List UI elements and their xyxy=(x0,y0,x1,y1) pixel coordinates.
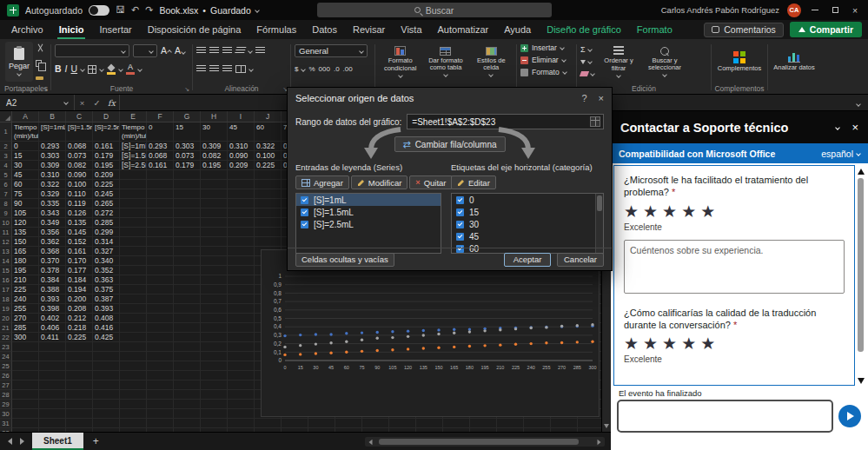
cell[interactable] xyxy=(228,237,255,247)
cell[interactable]: 0.378 xyxy=(39,266,66,275)
cell[interactable]: 0.212 xyxy=(66,314,93,323)
cell[interactable] xyxy=(497,419,524,428)
tab-formato[interactable]: Formato xyxy=(629,20,680,39)
paste-button[interactable]: Pegar xyxy=(5,42,33,82)
column-header-B[interactable]: B xyxy=(39,111,66,122)
cell[interactable] xyxy=(174,170,201,180)
send-button[interactable] xyxy=(838,405,861,427)
cell[interactable] xyxy=(228,390,255,400)
cell[interactable] xyxy=(228,199,255,208)
cell[interactable]: 60 xyxy=(12,180,39,189)
new-sheet-button[interactable]: + xyxy=(93,435,99,447)
cell[interactable]: 0.177 xyxy=(66,266,93,275)
cell[interactable]: 0.387 xyxy=(93,294,120,304)
cell[interactable] xyxy=(174,419,201,428)
cell[interactable] xyxy=(147,256,174,266)
tab-ayuda[interactable]: Ayuda xyxy=(496,20,539,39)
cell[interactable]: 0.368 xyxy=(39,247,66,256)
cell[interactable]: 0.161 xyxy=(147,161,174,170)
category-list-item[interactable]: 0 xyxy=(452,194,603,206)
cell[interactable]: 105 xyxy=(12,208,39,218)
cell[interactable]: 60 xyxy=(255,122,282,142)
row-header-12[interactable]: 12 xyxy=(0,237,12,247)
cell[interactable] xyxy=(147,218,174,228)
cell[interactable] xyxy=(201,228,228,237)
tab-revisar[interactable]: Revisar xyxy=(345,20,393,39)
cell[interactable] xyxy=(147,266,174,275)
cell[interactable] xyxy=(147,323,174,333)
cell[interactable] xyxy=(12,342,39,352)
cell[interactable]: 0.195 xyxy=(201,161,228,170)
row-header-21[interactable]: 21 xyxy=(0,323,12,333)
number-format-combo[interactable]: General xyxy=(295,44,368,57)
cell[interactable] xyxy=(228,208,255,218)
cell[interactable] xyxy=(120,237,147,247)
survey-scroll-down-icon[interactable] xyxy=(858,378,865,384)
cell[interactable] xyxy=(228,247,255,256)
cell[interactable]: 0.073 xyxy=(66,151,93,161)
cell[interactable]: 0.194 xyxy=(66,285,93,294)
tab-insertar[interactable]: Insertar xyxy=(91,20,139,39)
cell[interactable] xyxy=(255,218,282,228)
cell[interactable]: 0.322 xyxy=(255,142,282,151)
avatar[interactable]: CA xyxy=(787,3,801,17)
name-box[interactable]: A2 xyxy=(0,95,75,110)
row-header-24[interactable]: 24 xyxy=(0,352,12,361)
align-top-icon[interactable] xyxy=(196,47,206,55)
row-header-6[interactable]: 6 xyxy=(0,180,12,189)
cell[interactable]: 0.411 xyxy=(39,333,66,342)
cell[interactable] xyxy=(12,361,39,371)
cell[interactable] xyxy=(174,371,201,381)
bold-button[interactable]: B xyxy=(55,64,62,74)
cell[interactable] xyxy=(228,304,255,314)
tab-datos[interactable]: Datos xyxy=(304,20,345,39)
cell[interactable] xyxy=(255,189,282,199)
cell[interactable]: 240 xyxy=(12,294,39,304)
star-icon[interactable]: ★ xyxy=(643,334,662,353)
cell[interactable]: 0.110 xyxy=(66,189,93,199)
cell[interactable] xyxy=(228,256,255,266)
series-list-item[interactable]: [S]=1.5mL xyxy=(296,206,441,218)
cell[interactable] xyxy=(228,409,255,419)
column-header-E[interactable]: E xyxy=(120,111,147,122)
cell[interactable]: 45 xyxy=(228,122,255,142)
cell[interactable]: [S]=1mL xyxy=(39,122,66,142)
cell[interactable] xyxy=(93,352,120,361)
cell[interactable] xyxy=(201,390,228,400)
panel-close-icon[interactable]: × xyxy=(851,121,858,134)
align-middle-icon[interactable] xyxy=(209,47,219,55)
row-header-15[interactable]: 15 xyxy=(0,266,12,275)
cell[interactable] xyxy=(201,218,228,228)
cell[interactable] xyxy=(120,180,147,189)
cell[interactable] xyxy=(228,333,255,342)
cell[interactable] xyxy=(228,323,255,333)
cell[interactable]: 0.179 xyxy=(93,151,120,161)
tab-disposición-de-página[interactable]: Disposición de página xyxy=(140,20,249,39)
format-painter-icon[interactable] xyxy=(36,76,43,80)
cell[interactable]: 0.225 xyxy=(66,333,93,342)
cell[interactable] xyxy=(174,199,201,208)
cell[interactable] xyxy=(12,419,39,428)
cell[interactable] xyxy=(120,275,147,285)
cell[interactable]: 0.384 xyxy=(39,275,66,285)
row-header-20[interactable]: 20 xyxy=(0,314,12,323)
cell[interactable] xyxy=(147,400,174,409)
series-list-item[interactable]: [S]=2.5mL xyxy=(296,218,441,230)
cell[interactable]: 0.126 xyxy=(66,208,93,218)
tab-archivo[interactable]: Archivo xyxy=(3,20,51,39)
cell[interactable] xyxy=(470,419,497,428)
cell[interactable]: 0.200 xyxy=(66,294,93,304)
font-dialog-launcher[interactable]: ↘ xyxy=(184,86,189,92)
cell[interactable]: 0.352 xyxy=(93,266,120,275)
cell[interactable]: 0.293 xyxy=(39,142,66,151)
comma-style-icon[interactable]: 000 xyxy=(319,65,330,73)
cell[interactable] xyxy=(93,400,120,409)
cell[interactable]: 0.402 xyxy=(39,314,66,323)
cell[interactable] xyxy=(308,419,335,428)
cell[interactable] xyxy=(335,419,362,428)
star-icon[interactable]: ★ xyxy=(643,202,662,221)
star-rating-1[interactable]: ★★★★★ xyxy=(624,203,845,220)
cell[interactable]: 0 xyxy=(12,142,39,151)
format-as-table-button[interactable]: Dar formato como tabla xyxy=(424,42,467,82)
cell[interactable]: 0.082 xyxy=(66,161,93,170)
